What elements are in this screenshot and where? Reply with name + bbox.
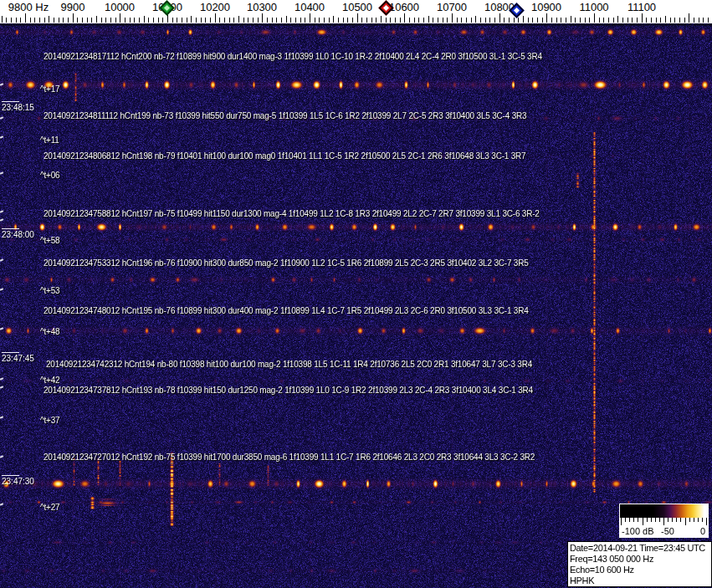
ruler-tick: [210, 18, 211, 23]
db-label-min: -100 dB: [622, 526, 654, 536]
ruler-tick: [68, 18, 69, 23]
ruler-tick: [324, 18, 325, 23]
ruler-tick: [238, 16, 239, 23]
ruler-tick: [286, 16, 287, 23]
ruler-tick: [315, 18, 315, 23]
ruler-tick: [376, 18, 376, 23]
ruler-tick: [258, 18, 259, 23]
ruler-tick: [11, 18, 12, 23]
db-scale-tick: [680, 518, 681, 522]
meteor-radio-spectrogram-app: 9800 Hz990010000101001020010300104001050…: [0, 0, 712, 588]
ruler-tick: [566, 18, 566, 23]
ruler-tick: [290, 18, 291, 23]
ruler-tick: [589, 18, 590, 23]
ruler-tick: [91, 18, 92, 23]
ruler-tick: [295, 18, 296, 23]
db-label-max: 0: [700, 526, 705, 536]
ruler-tick: [443, 18, 443, 23]
db-scale-tick: [643, 518, 643, 525]
freq-tick-label: 10400: [295, 1, 325, 13]
ruler-tick: [622, 18, 623, 23]
ruler-tick: [400, 18, 401, 23]
ruler-tick: [480, 18, 481, 23]
db-scale-tick: [638, 518, 638, 522]
db-scale-tick: [672, 518, 673, 522]
ruler-tick: [632, 18, 633, 23]
ruler-tick: [201, 18, 202, 23]
ruler-tick: [338, 18, 339, 23]
ruler-tick: [267, 18, 268, 23]
marker-blue-diamond-icon-core: [514, 8, 520, 13]
ruler-tick: [532, 18, 533, 23]
db-label-mid: -50: [661, 526, 674, 536]
ruler-tick: [390, 18, 391, 23]
ruler-tick: [551, 18, 552, 23]
db-scale-tick: [633, 518, 634, 522]
freq-tick-label: 11000: [579, 1, 608, 13]
ruler-tick: [418, 18, 419, 23]
ruler-tick: [144, 16, 145, 23]
ruler-tick: [2, 16, 3, 23]
ruler-tick: [471, 18, 472, 23]
ruler-tick: [679, 18, 680, 23]
ruler-tick: [656, 18, 657, 23]
ruler-tick: [528, 18, 529, 23]
ruler-tick: [158, 18, 159, 23]
db-scale-tick: [689, 518, 690, 522]
db-scale-tick: [702, 518, 703, 522]
ruler-tick: [357, 13, 358, 23]
info-frequency: Freq=143 050 000 Hz: [570, 554, 709, 565]
ruler-tick: [608, 18, 609, 23]
info-station: HPHK: [570, 575, 709, 586]
ruler-tick: [438, 18, 438, 23]
ruler-tick: [205, 18, 206, 23]
ruler-tick: [219, 18, 220, 23]
ruler-tick: [20, 18, 21, 23]
ruler-tick: [371, 18, 372, 23]
ruler-tick: [224, 18, 225, 23]
ruler-tick: [642, 13, 643, 23]
ruler-tick: [461, 18, 462, 23]
ruler-tick: [366, 18, 367, 23]
ruler-tick: [499, 13, 500, 23]
ruler-tick: [556, 18, 557, 23]
ruler-tick: [660, 18, 661, 23]
db-color-scale: -100 dB -50 0: [619, 504, 709, 538]
ruler-tick: [414, 18, 415, 23]
ruler-tick: [153, 18, 154, 23]
ruler-tick: [272, 18, 273, 23]
freq-tick-label: 10500: [342, 1, 372, 13]
db-scale-tick: [625, 518, 626, 522]
db-gradient-bar: [620, 504, 708, 518]
ruler-tick: [300, 18, 301, 23]
ruler-tick: [381, 16, 382, 23]
freq-tick-label: 10300: [247, 1, 277, 13]
ruler-tick: [489, 18, 490, 23]
ruler-tick: [196, 18, 197, 23]
ruler-tick: [262, 13, 263, 23]
ruler-tick: [54, 18, 54, 23]
ruler-tick: [82, 18, 83, 23]
ruler-tick: [670, 18, 671, 23]
db-scale-tick: [663, 518, 664, 525]
ruler-tick: [699, 18, 699, 23]
freq-tick-label: 9800 Hz: [8, 1, 49, 13]
ruler-tick: [333, 16, 334, 23]
freq-tick-label: 9900: [61, 1, 85, 13]
ruler-tick: [343, 18, 344, 23]
ruler-tick: [409, 18, 410, 23]
ruler-tick: [59, 18, 59, 23]
ruler-tick: [162, 18, 163, 23]
ruler-tick: [361, 18, 362, 23]
ruler-tick: [110, 18, 111, 23]
ruler-tick: [276, 18, 277, 23]
ruler-tick: [105, 18, 106, 23]
ruler-tick: [395, 18, 396, 23]
ruler-tick: [30, 18, 31, 23]
ruler-tick: [115, 18, 116, 23]
ruler-tick: [248, 18, 248, 23]
ruler-tick: [177, 18, 177, 23]
db-scale-tick: [621, 518, 622, 525]
ruler-tick: [73, 13, 74, 23]
ruler-tick: [96, 16, 97, 23]
